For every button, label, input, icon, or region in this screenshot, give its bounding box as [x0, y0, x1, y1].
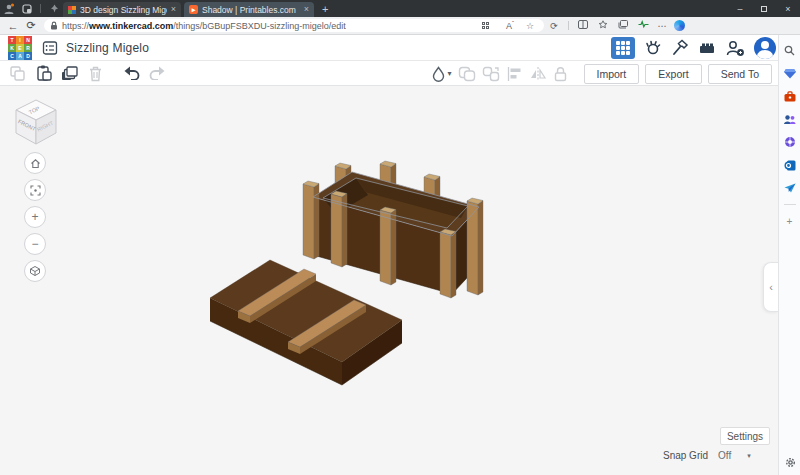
paste-button[interactable]	[30, 64, 56, 82]
sidebar-outlook-icon[interactable]	[783, 158, 797, 172]
addr-divider	[568, 21, 569, 30]
mirror-icon[interactable]	[529, 66, 547, 82]
bricks-icon[interactable]	[698, 40, 716, 56]
settings-gear-icon[interactable]	[784, 456, 797, 469]
tab-tinkercad[interactable]: 3D design Sizzling Migelo - Tink ×	[63, 2, 181, 17]
refresh-button[interactable]: ⟳	[22, 19, 40, 32]
sidebar-add-icon[interactable]: +	[783, 214, 797, 228]
post-face	[303, 184, 314, 259]
printables-favicon: ▸	[189, 5, 198, 14]
pinned-tab-icon[interactable]	[45, 2, 63, 16]
align-icon[interactable]	[506, 66, 523, 82]
tinkercad-logo[interactable]: TIN KER CAD	[8, 36, 32, 60]
workspaces-icon	[22, 4, 32, 14]
maximize-button[interactable]	[752, 0, 776, 17]
export-button[interactable]: Export	[645, 64, 701, 84]
close-tab-icon[interactable]: ×	[171, 5, 176, 14]
import-button[interactable]: Import	[584, 64, 640, 84]
split-screen-icon[interactable]	[573, 20, 593, 31]
paper-plane-glyph	[784, 183, 796, 193]
avatar[interactable]	[754, 37, 776, 59]
close-window-button[interactable]: ×	[776, 0, 800, 17]
refresh-circle-icon[interactable]: ⟳	[544, 21, 564, 31]
browser-essentials-icon[interactable]	[633, 20, 653, 31]
delete-button[interactable]	[82, 65, 108, 82]
edit-toolbar: ▾	[0, 61, 778, 86]
copy-icon	[9, 65, 26, 82]
tab-bar: 3D design Sizzling Migelo - Tink × ▸ Sha…	[0, 0, 800, 17]
post-face	[380, 210, 391, 285]
lock-tool-icon[interactable]	[553, 66, 568, 82]
favorites-glyph	[598, 20, 608, 29]
url-field[interactable]: https://www.tinkercad.com/things/bGBupFS…	[44, 19, 544, 32]
group-icon[interactable]	[458, 66, 476, 82]
home-view-button[interactable]	[24, 152, 46, 174]
duplicate-icon	[60, 64, 79, 82]
tab-printables[interactable]: ▸ Shadow | Printables.com ×	[184, 2, 314, 17]
collections-glyph	[618, 20, 628, 29]
view-cube[interactable]: TOP FRONT RIGHT	[8, 94, 64, 152]
hammer-icon[interactable]	[671, 39, 689, 57]
sidebar-people-icon[interactable]	[783, 112, 797, 126]
browser-window: 3D design Sizzling Migelo - Tink × ▸ Sha…	[0, 0, 800, 475]
close-tab-icon[interactable]: ×	[304, 5, 309, 14]
zoom-out-button[interactable]: −	[24, 233, 46, 255]
sidebar-tools-icon[interactable]	[783, 89, 797, 103]
search-glyph	[784, 45, 795, 56]
copy-button[interactable]	[4, 65, 30, 82]
sidebar-shopping-icon[interactable]	[783, 66, 797, 80]
post-face	[440, 232, 451, 298]
tab-actions-icon[interactable]	[18, 2, 36, 16]
zoom-in-button[interactable]: +	[24, 206, 46, 228]
undo-button[interactable]	[118, 66, 144, 80]
read-aloud-icon[interactable]: Aˆ	[502, 20, 518, 31]
dashboard-grid-button[interactable]	[611, 37, 635, 59]
settings-button[interactable]: Settings	[720, 427, 770, 445]
favorites-icon[interactable]	[593, 20, 613, 31]
snap-grid-caret-icon: ▾	[747, 452, 751, 460]
send-to-button[interactable]: Send To	[708, 64, 772, 84]
simlab-icon[interactable]	[644, 39, 662, 57]
minimize-button[interactable]: –	[728, 0, 752, 17]
trash-icon	[88, 65, 103, 82]
snap-grid-dropdown[interactable]: Off ▾	[718, 450, 770, 461]
address-bar: ← ⟳ https://www.tinkercad.com/things/bGB…	[0, 17, 800, 35]
design-canvas[interactable]: TOP FRONT RIGHT + −	[0, 86, 778, 475]
post-face	[342, 194, 347, 268]
collections-icon[interactable]	[613, 20, 633, 31]
plus-icon: +	[31, 210, 38, 224]
sidebar-search-icon[interactable]	[783, 43, 797, 57]
redo-icon	[148, 66, 167, 80]
sidebar-drop-icon[interactable]	[783, 181, 797, 195]
post-face	[451, 232, 456, 299]
fit-view-icon	[30, 185, 41, 196]
outlook-glyph	[784, 160, 796, 171]
duplicate-button[interactable]	[56, 64, 82, 82]
home-icon	[30, 158, 41, 169]
header-actions	[611, 35, 776, 61]
copilot-icon[interactable]	[674, 20, 685, 31]
fit-view-button[interactable]	[24, 179, 46, 201]
more-options-icon[interactable]: ⋯	[653, 21, 671, 31]
favorite-star-icon[interactable]: ☆	[522, 21, 538, 31]
lid-3d-object[interactable]	[210, 260, 402, 385]
apps-grid-icon[interactable]	[482, 22, 498, 29]
snap-grid-control: Snap Grid Off ▾	[663, 450, 770, 461]
back-button[interactable]: ←	[4, 20, 22, 32]
perspective-toggle-button[interactable]	[24, 260, 46, 282]
ungroup-icon[interactable]	[482, 66, 500, 82]
redo-button[interactable]	[144, 66, 170, 80]
new-tab-button[interactable]: +	[322, 3, 328, 15]
design-properties-icon[interactable]	[42, 40, 58, 56]
crate-corner-post	[467, 198, 483, 295]
profile-icon[interactable]	[0, 2, 18, 16]
view-controls: + −	[24, 152, 46, 282]
add-person-icon[interactable]	[725, 39, 745, 57]
color-button[interactable]: ▾	[432, 66, 452, 82]
window-controls: – ×	[728, 0, 800, 17]
sidebar-games-icon[interactable]	[783, 135, 797, 149]
design-title[interactable]: Sizzling Migelo	[66, 41, 149, 55]
split-screen-glyph	[578, 20, 588, 29]
expand-panel-tab[interactable]: ‹	[763, 262, 778, 312]
post-face	[478, 201, 483, 296]
